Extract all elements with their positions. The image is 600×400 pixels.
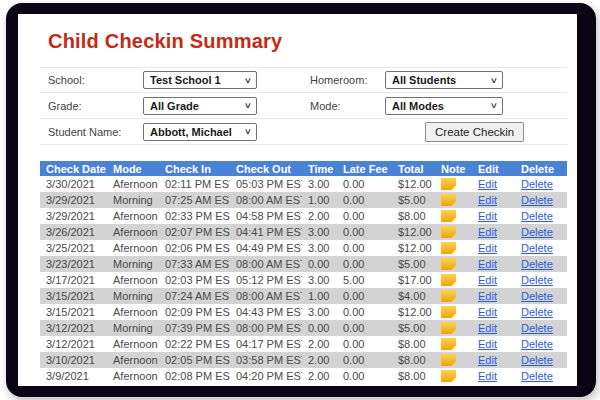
- total-cell: $12.00: [392, 304, 435, 320]
- column-header-note: Note: [435, 161, 472, 176]
- edit-link[interactable]: Edit: [478, 194, 497, 206]
- homeroom-select[interactable]: All Students ∨: [385, 71, 503, 89]
- edit-link[interactable]: Edit: [478, 290, 497, 302]
- mode-cell: Afernoon: [107, 352, 159, 368]
- total-cell: $5.00: [392, 192, 435, 208]
- mode-cell: Morning: [107, 320, 159, 336]
- mode-label: Mode:: [310, 100, 385, 112]
- edit-link[interactable]: Edit: [478, 322, 497, 334]
- edit-link[interactable]: Edit: [478, 178, 497, 190]
- student-name-select[interactable]: Abbott, Michael ∨: [143, 123, 257, 141]
- delete-cell: Delete: [515, 304, 567, 320]
- sticky-note-icon[interactable]: [441, 290, 456, 302]
- sticky-note-icon[interactable]: [441, 210, 456, 222]
- sticky-note-icon[interactable]: [441, 258, 456, 270]
- student-name-label: Student Name:: [48, 126, 143, 138]
- delete-link[interactable]: Delete: [521, 290, 553, 302]
- note-cell: [435, 288, 472, 304]
- delete-link[interactable]: Delete: [521, 194, 553, 206]
- check-in-cell: 02:05 PM EST: [159, 352, 230, 368]
- total-cell: $4.00: [392, 288, 435, 304]
- check-in-cell: 02:08 PM EST: [159, 368, 230, 384]
- delete-cell: Delete: [515, 320, 567, 336]
- delete-link[interactable]: Delete: [521, 226, 553, 238]
- check-date-cell: 3/26/2021: [40, 224, 107, 240]
- delete-cell: Delete: [515, 208, 567, 224]
- edit-link[interactable]: Edit: [478, 370, 497, 382]
- chevron-down-icon: ∨: [490, 76, 498, 85]
- check-date-cell: 3/10/2021: [40, 352, 107, 368]
- note-cell: [435, 224, 472, 240]
- edit-link[interactable]: Edit: [478, 210, 497, 222]
- delete-cell: Delete: [515, 224, 567, 240]
- sticky-note-icon[interactable]: [441, 370, 456, 382]
- sticky-note-icon[interactable]: [441, 306, 456, 318]
- sticky-note-icon[interactable]: [441, 354, 456, 366]
- time-cell: 0.00: [302, 256, 337, 272]
- delete-link[interactable]: Delete: [521, 258, 553, 270]
- edit-link[interactable]: Edit: [478, 226, 497, 238]
- late-fee-cell: 0.00: [337, 192, 392, 208]
- delete-link[interactable]: Delete: [521, 306, 553, 318]
- delete-link[interactable]: Delete: [521, 178, 553, 190]
- sticky-note-icon[interactable]: [441, 178, 456, 190]
- school-select[interactable]: Test School 1 ∨: [143, 71, 257, 89]
- checkin-table: Check DateModeCheck InCheck OutTimeLate …: [40, 161, 567, 384]
- edit-cell: Edit: [472, 208, 515, 224]
- sticky-note-icon[interactable]: [441, 194, 456, 206]
- checkin-table-body: 3/30/2021Afernoon02:11 PM EST05:03 PM ES…: [40, 176, 567, 384]
- edit-cell: Edit: [472, 256, 515, 272]
- edit-link[interactable]: Edit: [478, 258, 497, 270]
- delete-cell: Delete: [515, 272, 567, 288]
- mode-cell: Morning: [107, 192, 159, 208]
- time-cell: 2.00: [302, 352, 337, 368]
- homeroom-label: Homeroom:: [310, 74, 385, 86]
- create-checkin-button[interactable]: Create Checkin: [425, 122, 524, 142]
- table-row: 3/29/2021Morning07:25 AM EST08:00 AM EST…: [40, 192, 567, 208]
- late-fee-cell: 5.00: [337, 272, 392, 288]
- check-in-cell: 07:24 AM EST: [159, 288, 230, 304]
- column-header-delete: Delete: [515, 161, 567, 176]
- edit-link[interactable]: Edit: [478, 306, 497, 318]
- sticky-note-icon[interactable]: [441, 226, 456, 238]
- sticky-note-icon[interactable]: [441, 242, 456, 254]
- check-date-cell: 3/29/2021: [40, 208, 107, 224]
- check-out-cell: 04:41 PM EST: [230, 224, 302, 240]
- sticky-note-icon[interactable]: [441, 322, 456, 334]
- time-cell: 2.00: [302, 208, 337, 224]
- edit-link[interactable]: Edit: [478, 242, 497, 254]
- edit-link[interactable]: Edit: [478, 338, 497, 350]
- note-cell: [435, 208, 472, 224]
- delete-cell: Delete: [515, 192, 567, 208]
- delete-link[interactable]: Delete: [521, 354, 553, 366]
- late-fee-cell: 0.00: [337, 256, 392, 272]
- late-fee-cell: 0.00: [337, 224, 392, 240]
- chevron-down-icon: ∨: [244, 127, 252, 136]
- note-cell: [435, 304, 472, 320]
- table-row: 3/15/2021Afernoon02:09 PM EST04:43 PM ES…: [40, 304, 567, 320]
- table-row: 3/29/2021Afernoon02:33 PM EST04:58 PM ES…: [40, 208, 567, 224]
- check-date-cell: 3/12/2021: [40, 320, 107, 336]
- delete-link[interactable]: Delete: [521, 370, 553, 382]
- grade-select-value: All Grade: [150, 100, 199, 112]
- total-cell: $12.00: [392, 240, 435, 256]
- edit-link[interactable]: Edit: [478, 354, 497, 366]
- mode-select[interactable]: All Modes ∨: [385, 97, 503, 115]
- grade-select[interactable]: All Grade ∨: [143, 97, 257, 115]
- time-cell: 2.00: [302, 336, 337, 352]
- delete-link[interactable]: Delete: [521, 242, 553, 254]
- delete-link[interactable]: Delete: [521, 322, 553, 334]
- sticky-note-icon[interactable]: [441, 274, 456, 286]
- delete-link[interactable]: Delete: [521, 338, 553, 350]
- delete-link[interactable]: Delete: [521, 210, 553, 222]
- check-date-cell: 3/15/2021: [40, 288, 107, 304]
- sticky-note-icon[interactable]: [441, 338, 456, 350]
- edit-link[interactable]: Edit: [478, 274, 497, 286]
- delete-cell: Delete: [515, 352, 567, 368]
- column-header-check-date: Check Date: [40, 161, 107, 176]
- table-row: 3/17/2021Afernoon02:03 PM EST05:12 PM ES…: [40, 272, 567, 288]
- note-cell: [435, 176, 472, 192]
- mode-select-value: All Modes: [392, 100, 444, 112]
- delete-link[interactable]: Delete: [521, 274, 553, 286]
- edit-cell: Edit: [472, 320, 515, 336]
